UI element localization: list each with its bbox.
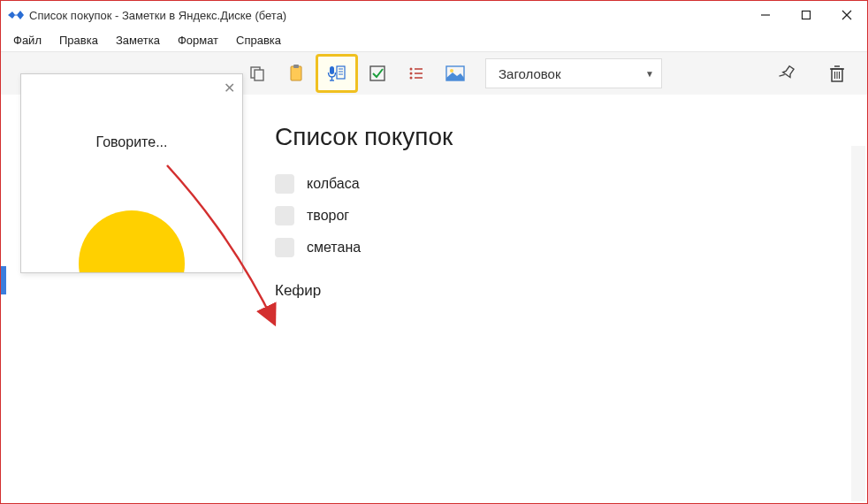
voice-popup: ✕ Говорите... (20, 73, 243, 273)
checkbox-button[interactable] (358, 56, 397, 91)
image-button[interactable] (436, 56, 475, 91)
checkbox-icon[interactable] (275, 238, 294, 257)
voice-input-button[interactable] (316, 54, 358, 93)
delete-button[interactable] (818, 56, 857, 91)
style-dropdown-label: Заголовок (499, 66, 561, 81)
svg-rect-5 (255, 70, 263, 80)
svg-point-16 (410, 68, 413, 71)
svg-rect-8 (337, 66, 345, 79)
checklist-item-label: творог (307, 208, 349, 224)
svg-rect-1 (803, 11, 811, 19)
checklist-item-label: колбаса (307, 176, 360, 192)
menu-format[interactable]: Формат (169, 30, 227, 50)
close-icon[interactable]: ✕ (224, 80, 235, 96)
pin-button[interactable] (768, 56, 807, 91)
checklist-item[interactable]: колбаса (275, 174, 821, 194)
svg-point-23 (450, 69, 453, 73)
checklist-item-label: сметана (307, 240, 361, 256)
note-text-line: Кефир (275, 282, 821, 300)
voice-popup-text: Говорите... (21, 134, 242, 150)
chevron-down-icon: ▼ (645, 69, 654, 79)
menubar: Файл Правка Заметка Формат Справка (1, 29, 867, 52)
minimize-button[interactable] (745, 1, 786, 29)
menu-note[interactable]: Заметка (107, 30, 169, 50)
close-button[interactable] (826, 1, 867, 29)
maximize-button[interactable] (786, 1, 826, 29)
voice-animation-icon (79, 210, 185, 272)
checklist-item[interactable]: творог (275, 206, 821, 225)
checklist-item[interactable]: сметана (275, 238, 821, 257)
style-dropdown[interactable]: Заголовок ▼ (485, 58, 662, 88)
window-title: Список покупок - Заметки в Яндекс.Диске … (29, 9, 286, 22)
vertical-scrollbar[interactable] (851, 146, 865, 501)
menu-edit[interactable]: Правка (50, 30, 107, 50)
window-controls (745, 1, 867, 29)
note-title: Список покупок (275, 123, 821, 151)
note-editor[interactable]: Список покупок колбаса творог сметана Ке… (248, 95, 848, 503)
paste-button[interactable] (277, 56, 316, 91)
titlebar: Список покупок - Заметки в Яндекс.Диске … (1, 1, 867, 29)
svg-rect-6 (291, 66, 301, 80)
checkbox-icon[interactable] (275, 174, 294, 194)
svg-point-18 (410, 73, 413, 75)
app-icon (8, 9, 24, 21)
svg-rect-7 (293, 65, 299, 68)
menu-help[interactable]: Справка (227, 30, 290, 50)
menu-file[interactable]: Файл (4, 30, 50, 50)
svg-point-20 (410, 77, 413, 80)
svg-rect-12 (330, 66, 334, 74)
checkbox-icon[interactable] (275, 206, 294, 225)
sidebar-toggle[interactable] (1, 266, 6, 294)
copy-button[interactable] (238, 56, 277, 91)
svg-rect-15 (370, 66, 385, 80)
list-button[interactable] (397, 56, 436, 91)
